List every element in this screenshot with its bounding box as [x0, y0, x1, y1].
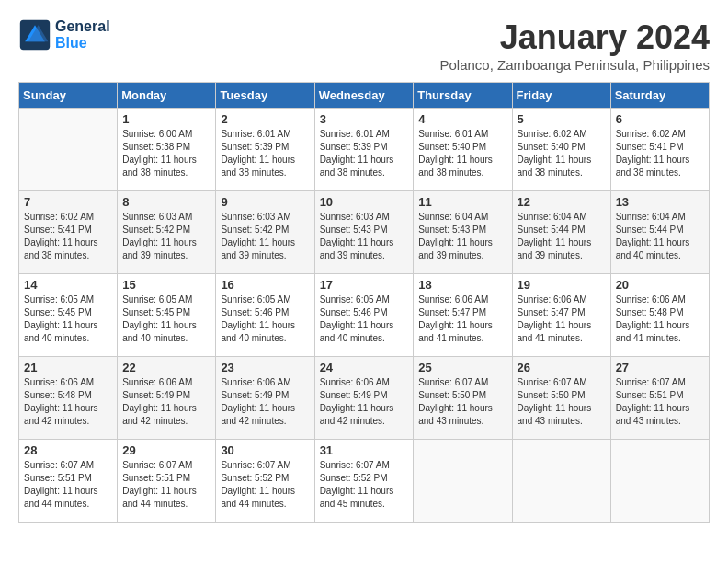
day-number: 1 — [122, 112, 210, 126]
weekday-header: Thursday — [414, 83, 512, 109]
weekday-header: Monday — [118, 83, 216, 109]
day-info: Sunrise: 6:06 AMSunset: 5:48 PMDaylight:… — [616, 293, 704, 345]
day-info: Sunrise: 6:04 AMSunset: 5:44 PMDaylight:… — [518, 211, 606, 262]
calendar-cell — [610, 440, 709, 523]
day-number: 12 — [518, 195, 606, 209]
day-info: Sunrise: 6:07 AMSunset: 5:51 PMDaylight:… — [616, 376, 704, 428]
calendar-cell: 13Sunrise: 6:04 AMSunset: 5:44 PMDayligh… — [610, 191, 709, 274]
day-info: Sunrise: 6:06 AMSunset: 5:49 PMDaylight:… — [122, 376, 210, 428]
day-number: 5 — [518, 112, 606, 126]
calendar-cell: 8Sunrise: 6:03 AMSunset: 5:42 PMDaylight… — [118, 191, 216, 274]
weekday-header: Saturday — [610, 83, 709, 109]
day-number: 21 — [24, 361, 112, 374]
weekday-header: Sunday — [19, 83, 118, 109]
calendar-cell: 19Sunrise: 6:06 AMSunset: 5:47 PMDayligh… — [512, 274, 610, 357]
day-number: 27 — [616, 361, 704, 374]
calendar-cell — [512, 440, 610, 523]
day-info: Sunrise: 6:05 AMSunset: 5:45 PMDaylight:… — [24, 293, 112, 345]
calendar-body: 1Sunrise: 6:00 AMSunset: 5:38 PMDaylight… — [19, 109, 710, 523]
logo-icon — [18, 18, 51, 52]
day-number: 20 — [616, 278, 704, 292]
calendar-cell: 10Sunrise: 6:03 AMSunset: 5:43 PMDayligh… — [314, 191, 414, 274]
calendar-cell: 31Sunrise: 6:07 AMSunset: 5:52 PMDayligh… — [314, 440, 414, 523]
month-title: January 2024 — [439, 18, 710, 57]
day-number: 8 — [122, 195, 210, 209]
day-info: Sunrise: 6:02 AMSunset: 5:40 PMDaylight:… — [518, 128, 606, 179]
day-number: 18 — [418, 278, 506, 292]
calendar-cell: 17Sunrise: 6:05 AMSunset: 5:46 PMDayligh… — [314, 274, 414, 357]
day-info: Sunrise: 6:05 AMSunset: 5:45 PMDaylight:… — [122, 293, 210, 345]
calendar-cell: 6Sunrise: 6:02 AMSunset: 5:41 PMDaylight… — [610, 109, 709, 191]
day-info: Sunrise: 6:04 AMSunset: 5:44 PMDaylight:… — [616, 211, 704, 262]
weekday-header: Wednesday — [314, 83, 414, 109]
calendar-week: 14Sunrise: 6:05 AMSunset: 5:45 PMDayligh… — [19, 274, 710, 357]
calendar-cell — [414, 440, 512, 523]
calendar-cell: 18Sunrise: 6:06 AMSunset: 5:47 PMDayligh… — [414, 274, 512, 357]
day-info: Sunrise: 6:07 AMSunset: 5:51 PMDaylight:… — [24, 459, 112, 511]
calendar-cell: 16Sunrise: 6:05 AMSunset: 5:46 PMDayligh… — [216, 274, 314, 357]
calendar-cell: 7Sunrise: 6:02 AMSunset: 5:41 PMDaylight… — [19, 191, 118, 274]
day-info: Sunrise: 6:07 AMSunset: 5:50 PMDaylight:… — [418, 376, 506, 428]
day-number: 19 — [518, 278, 606, 292]
calendar-cell: 9Sunrise: 6:03 AMSunset: 5:42 PMDaylight… — [216, 191, 314, 274]
calendar-cell: 14Sunrise: 6:05 AMSunset: 5:45 PMDayligh… — [19, 274, 118, 357]
weekday-header: Tuesday — [216, 83, 314, 109]
logo-text: General Blue — [55, 18, 110, 52]
day-info: Sunrise: 6:06 AMSunset: 5:49 PMDaylight:… — [320, 376, 409, 428]
day-info: Sunrise: 6:01 AMSunset: 5:39 PMDaylight:… — [221, 128, 309, 179]
calendar-table: SundayMondayTuesdayWednesdayThursdayFrid… — [18, 82, 710, 523]
day-number: 16 — [221, 278, 309, 292]
day-number: 28 — [24, 443, 112, 457]
day-info: Sunrise: 6:06 AMSunset: 5:48 PMDaylight:… — [24, 376, 112, 428]
day-info: Sunrise: 6:02 AMSunset: 5:41 PMDaylight:… — [616, 128, 704, 179]
calendar-week: 1Sunrise: 6:00 AMSunset: 5:38 PMDaylight… — [19, 109, 710, 191]
calendar-cell: 2Sunrise: 6:01 AMSunset: 5:39 PMDaylight… — [216, 109, 314, 191]
day-number: 2 — [221, 112, 309, 126]
day-number: 11 — [418, 195, 506, 209]
day-number: 29 — [122, 443, 210, 457]
calendar-cell: 11Sunrise: 6:04 AMSunset: 5:43 PMDayligh… — [414, 191, 512, 274]
calendar-cell: 15Sunrise: 6:05 AMSunset: 5:45 PMDayligh… — [118, 274, 216, 357]
day-number: 17 — [320, 278, 409, 292]
day-info: Sunrise: 6:07 AMSunset: 5:51 PMDaylight:… — [122, 459, 210, 511]
calendar-cell: 4Sunrise: 6:01 AMSunset: 5:40 PMDaylight… — [414, 109, 512, 191]
day-number: 14 — [24, 278, 112, 292]
day-number: 26 — [518, 361, 606, 374]
weekday-header: Friday — [512, 83, 610, 109]
day-info: Sunrise: 6:03 AMSunset: 5:42 PMDaylight:… — [122, 211, 210, 262]
day-info: Sunrise: 6:06 AMSunset: 5:49 PMDaylight:… — [221, 376, 309, 428]
day-number: 4 — [418, 112, 506, 126]
day-number: 23 — [221, 361, 309, 374]
page-header: General Blue January 2024 Polanco, Zambo… — [18, 18, 710, 73]
day-number: 6 — [616, 112, 704, 126]
day-number: 22 — [122, 361, 210, 374]
calendar-cell: 30Sunrise: 6:07 AMSunset: 5:52 PMDayligh… — [216, 440, 314, 523]
calendar-cell: 24Sunrise: 6:06 AMSunset: 5:49 PMDayligh… — [314, 357, 414, 440]
day-info: Sunrise: 6:05 AMSunset: 5:46 PMDaylight:… — [320, 293, 409, 345]
day-info: Sunrise: 6:05 AMSunset: 5:46 PMDaylight:… — [221, 293, 309, 345]
day-info: Sunrise: 6:03 AMSunset: 5:42 PMDaylight:… — [221, 211, 309, 262]
calendar-cell: 3Sunrise: 6:01 AMSunset: 5:39 PMDaylight… — [314, 109, 414, 191]
day-info: Sunrise: 6:07 AMSunset: 5:50 PMDaylight:… — [518, 376, 606, 428]
subtitle: Polanco, Zamboanga Peninsula, Philippine… — [439, 57, 710, 73]
day-info: Sunrise: 6:02 AMSunset: 5:41 PMDaylight:… — [24, 211, 112, 262]
day-info: Sunrise: 6:01 AMSunset: 5:40 PMDaylight:… — [418, 128, 506, 179]
calendar-cell: 5Sunrise: 6:02 AMSunset: 5:40 PMDaylight… — [512, 109, 610, 191]
day-info: Sunrise: 6:04 AMSunset: 5:43 PMDaylight:… — [418, 211, 506, 262]
day-number: 9 — [221, 195, 309, 209]
day-number: 7 — [24, 195, 112, 209]
calendar-cell: 21Sunrise: 6:06 AMSunset: 5:48 PMDayligh… — [19, 357, 118, 440]
day-number: 30 — [221, 443, 309, 457]
day-info: Sunrise: 6:07 AMSunset: 5:52 PMDaylight:… — [221, 459, 309, 511]
calendar-week: 28Sunrise: 6:07 AMSunset: 5:51 PMDayligh… — [19, 440, 710, 523]
calendar-cell: 25Sunrise: 6:07 AMSunset: 5:50 PMDayligh… — [414, 357, 512, 440]
logo: General Blue — [18, 18, 110, 52]
calendar-cell: 23Sunrise: 6:06 AMSunset: 5:49 PMDayligh… — [216, 357, 314, 440]
calendar-cell: 1Sunrise: 6:00 AMSunset: 5:38 PMDaylight… — [118, 109, 216, 191]
day-number: 24 — [320, 361, 409, 374]
calendar-cell: 12Sunrise: 6:04 AMSunset: 5:44 PMDayligh… — [512, 191, 610, 274]
day-number: 3 — [320, 112, 409, 126]
calendar-week: 21Sunrise: 6:06 AMSunset: 5:48 PMDayligh… — [19, 357, 710, 440]
day-number: 31 — [320, 443, 409, 457]
day-number: 15 — [122, 278, 210, 292]
